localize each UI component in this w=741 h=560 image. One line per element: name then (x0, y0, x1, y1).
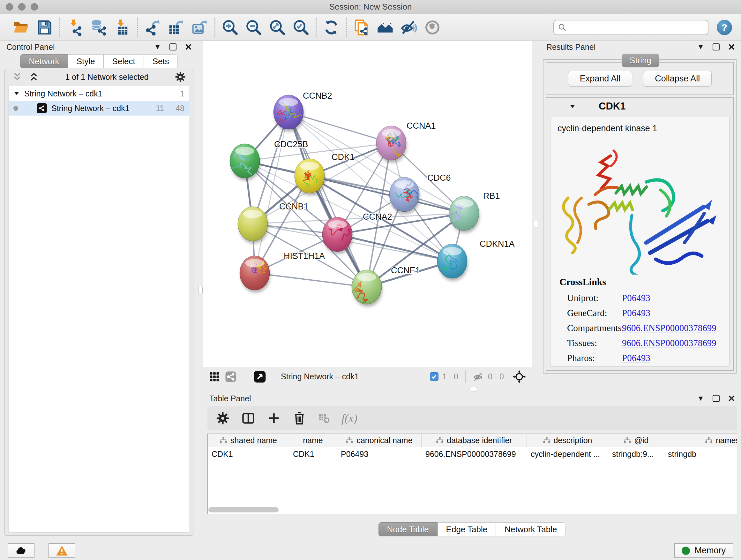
tab-network-table[interactable]: Network Table (496, 522, 565, 537)
string-document-button[interactable] (352, 18, 371, 37)
expand-all-chevron-icon[interactable] (28, 71, 39, 82)
warning-status-button[interactable] (49, 543, 75, 558)
expand-all-button[interactable]: Expand All (568, 71, 632, 86)
help-button[interactable]: ? (717, 20, 732, 35)
network-node-RB1[interactable]: RB1 (446, 191, 500, 233)
splitter-handle[interactable] (534, 220, 538, 228)
tab-edge-table[interactable]: Edge Table (437, 522, 496, 537)
zoom-in-button[interactable] (220, 18, 240, 37)
table-options-gear-icon[interactable] (216, 411, 230, 425)
window-controls[interactable] (6, 3, 38, 10)
crosslink-link[interactable]: 9606.ENSP00000378699 (622, 323, 717, 333)
close-panel-icon[interactable]: ✕ (728, 393, 735, 404)
detach-view-icon[interactable] (253, 370, 266, 383)
export-table-button[interactable] (166, 18, 186, 37)
zoom-out-button[interactable] (244, 18, 263, 37)
pan-crosshair-icon[interactable] (512, 370, 526, 384)
tab-sets[interactable]: Sets (144, 54, 178, 68)
float-panel-icon[interactable] (713, 44, 720, 51)
panel-menu-icon[interactable]: ▼ (154, 43, 161, 51)
memory-button[interactable]: Memory (674, 543, 733, 558)
gene-section-header[interactable]: CDK1 (546, 98, 733, 115)
column-header-database-identifier[interactable]: database identifier (421, 434, 527, 447)
table-cell[interactable]: P06493 (337, 447, 421, 461)
network-node-CDKN1A[interactable]: CDKN1A (437, 239, 515, 281)
import-table-from-file-button[interactable] (113, 18, 132, 37)
column-header-canonical-name[interactable]: canonical name (337, 434, 421, 447)
close-panel-icon[interactable]: ✕ (728, 42, 735, 52)
tab-style[interactable]: Style (68, 54, 104, 68)
table-row[interactable]: CDK1CDK1P064939606.ENSP00000378699cyclin… (208, 447, 737, 461)
crosslink-link[interactable]: P06493 (622, 353, 650, 363)
crosslink-link[interactable]: P06493 (622, 293, 650, 303)
crosslink-link[interactable]: 9606.ENSP00000378699 (622, 338, 717, 348)
table-cell[interactable]: cyclin-dependent ... (527, 447, 608, 461)
hide-unhide-button[interactable] (399, 18, 418, 37)
search-field[interactable] (569, 23, 704, 32)
panel-menu-icon[interactable]: ▼ (697, 43, 704, 51)
minimize-window-button[interactable] (18, 3, 25, 10)
table-cell[interactable]: CDK1 (289, 447, 337, 461)
network-canvas[interactable]: CCNB2CCNA1CDC25BCDK1CDC6RB1CCNB1CCNA2CDK… (203, 41, 532, 367)
network-overview-icon[interactable] (225, 371, 237, 382)
add-column-plus-icon[interactable] (267, 411, 281, 425)
collapse-triangle-icon[interactable] (13, 90, 20, 97)
float-panel-icon[interactable] (170, 44, 177, 51)
network-view[interactable]: CCNB2CCNA1CDC25BCDK1CDC6RB1CCNB1CCNA2CDK… (203, 41, 532, 386)
export-image-button[interactable] (190, 18, 209, 37)
column-header-description[interactable]: description (527, 434, 608, 447)
network-row-selected[interactable]: String Network – cdk1 11 48 (9, 101, 189, 116)
node-table[interactable]: shared namenamecanonical namedatabase id… (207, 434, 737, 514)
table-cell[interactable]: stringdb (664, 447, 737, 461)
collapse-triangle-icon[interactable] (569, 103, 576, 110)
crosslink-link[interactable]: P06493 (622, 308, 650, 318)
right-splitter[interactable] (532, 41, 540, 386)
zoom-fit-button[interactable] (268, 18, 287, 37)
tab-node-table[interactable]: Node Table (379, 522, 437, 537)
network-collection-row[interactable]: String Network – cdk1 1 (9, 86, 189, 101)
delete-trash-icon[interactable] (292, 411, 307, 425)
show-columns-icon[interactable] (241, 411, 255, 425)
eye-button[interactable] (423, 18, 442, 37)
crosslink-row: Pharos:P06493 (559, 351, 729, 366)
import-network-from-database-button[interactable] (89, 18, 108, 37)
grid-view-icon[interactable] (209, 371, 220, 382)
table-cell[interactable]: CDK1 (208, 447, 289, 461)
network-node-CCNB2[interactable]: CCNB2 (273, 91, 332, 132)
maximize-window-button[interactable] (30, 3, 38, 10)
zoom-selected-button[interactable] (291, 18, 311, 37)
function-builder-fx: f(x) (341, 412, 357, 425)
float-panel-icon[interactable] (713, 395, 720, 402)
horizontal-splitter[interactable] (203, 386, 741, 392)
save-session-button[interactable] (35, 18, 54, 37)
first-neighbors-button[interactable] (376, 18, 395, 37)
collapse-all-chevron-icon[interactable] (12, 71, 23, 82)
import-network-from-file-button[interactable] (65, 18, 84, 37)
gear-icon[interactable] (175, 71, 186, 83)
left-splitter[interactable] (198, 41, 203, 541)
cloud-status-button[interactable] (8, 543, 35, 558)
export-network-button[interactable] (143, 18, 162, 37)
column-header-namespace[interactable]: namespace (664, 434, 737, 447)
column-header-shared-name[interactable]: shared name (208, 434, 289, 447)
refresh-button[interactable] (322, 18, 341, 37)
splitter-handle[interactable] (198, 286, 203, 294)
close-window-button[interactable] (6, 3, 13, 10)
tab-network[interactable]: Network (20, 54, 68, 68)
column-header--id[interactable]: @id (608, 434, 664, 447)
collapse-all-button[interactable]: Collapse All (643, 71, 712, 86)
network-node-HIST1H1A[interactable]: HIST1H1A (240, 251, 325, 293)
column-header-name[interactable]: name (289, 434, 337, 447)
open-session-button[interactable] (11, 18, 30, 37)
search-input[interactable] (553, 20, 709, 35)
selected-checkbox[interactable] (430, 372, 439, 381)
horizontal-scrollbar-thumb[interactable] (208, 507, 279, 512)
table-cell[interactable]: stringdb:9... (608, 447, 664, 461)
table-header-row[interactable]: shared namenamecanonical namedatabase id… (208, 434, 737, 447)
splitter-handle[interactable] (469, 387, 477, 391)
panel-menu-icon[interactable]: ▼ (697, 394, 704, 402)
close-panel-icon[interactable]: ✕ (185, 42, 192, 52)
tab-select[interactable]: Select (104, 54, 144, 68)
table-cell[interactable]: 9606.ENSP00000378699 (421, 447, 527, 461)
tab-string[interactable]: String (622, 54, 659, 67)
